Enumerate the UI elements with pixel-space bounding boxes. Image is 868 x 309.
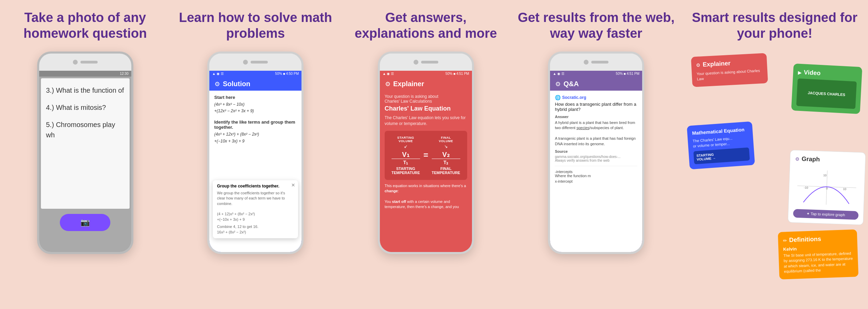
time-4: 50% ■ 4:51 PM (616, 72, 639, 76)
step-2-math: (4x³ + 12x³) + (8x² − 2x²) +(−10x + 3x) … (214, 131, 297, 144)
camera-button[interactable]: 📷 (60, 214, 110, 231)
section-1: Take a photo of any homework question 12… (0, 0, 170, 309)
math-diagram-mini: STARTINGVOLUME → (693, 147, 750, 164)
source-name: Socratic.org (562, 95, 586, 100)
status-bar-2: ▲ ◉ ☰ 50% ■ 4:50 PM (209, 71, 301, 77)
formula-v1t1: V₁T₁ (392, 150, 420, 165)
network-icons: ▲ ◉ ☰ (212, 72, 223, 76)
source-link: gamma.socratic.org/questions/how-does-..… (555, 155, 637, 162)
step-2-title: Identify the like terms and group them t… (214, 119, 297, 130)
status-bar-3: ▲ ◉ ☰ 50% ■ 4:51 PM (380, 71, 472, 77)
graph-svg: 10 -10 10 0 (793, 165, 860, 209)
phone-2-top (209, 54, 301, 71)
qa-source-row: 🌐 Socratic.org (555, 95, 637, 100)
graph-svg-area: 10 -10 10 0 (793, 165, 860, 209)
graph-card-header: ⚙ Graph (795, 155, 860, 165)
camera-button-container[interactable]: 📷 (39, 214, 131, 231)
phone-1-top (39, 54, 131, 71)
popup-text: We group the coefficients together so it… (217, 191, 294, 222)
diagram-right: FINALVOLUME ↘ V₂T₂ FINALTEMPERATURE (432, 136, 460, 175)
popup-close-icon[interactable]: ✕ (291, 182, 295, 188)
section-1-title: Take a photo of any homework question (3, 7, 167, 45)
qa-header-title: Q&A (563, 80, 579, 88)
explainer-card-icon: ⚙ (696, 62, 701, 68)
popup-footer: Combine 4, 12 to get 16. 16x³ + (8x² − 2… (217, 224, 294, 235)
starting-volume-label: STARTINGVOLUME (392, 136, 420, 143)
explainer-body: Your question is asking aboutCharles' La… (380, 91, 472, 252)
math-eq-card-header: Mathematical Equation (692, 126, 748, 136)
front-camera-3 (414, 60, 418, 65)
phone-2-screen: ▲ ◉ ☰ 50% ■ 4:50 PM ⚙ Solution Start her… (209, 71, 301, 252)
source-favicon: 🌐 (555, 95, 561, 100)
math-equation-card: Mathematical Equation The Charles' Law e… (687, 122, 755, 170)
explainer-subtitle: Your question is asking aboutCharles' La… (385, 94, 467, 104)
svg-text:10: 10 (823, 173, 827, 177)
intercepts-text: -intercepts (555, 170, 637, 174)
cards-container: ⚙ Explainer Your question is asking abou… (685, 55, 865, 306)
homework-line-2: 4.) What is mitosis? (46, 102, 124, 113)
solution-icon: ⚙ (215, 80, 220, 88)
section-3: Get answers, explanations and more ▲ ◉ ☰… (341, 0, 511, 309)
starting-temp-label: STARTINGTEMPERATURE (392, 167, 420, 175)
section-2-title: Learn how to solve math problems (174, 7, 337, 45)
explainer-header-title: Explainer (393, 80, 424, 88)
step-1-math: (4x³ + 8x² − 10x) +(12x³ − 2x² + 3x + 9) (214, 101, 297, 114)
phone-2: ▲ ◉ ☰ 50% ■ 4:50 PM ⚙ Solution Start her… (207, 52, 304, 254)
graph-card-title: Graph (801, 155, 820, 163)
final-temp-label: FINALTEMPERATURE (432, 167, 460, 175)
section-5: Smart results designed for your phone! ⚙… (681, 0, 868, 309)
explainer-card: ⚙ Explainer Your question is asking abou… (691, 53, 768, 87)
phone-1-screen: 12:30 3.) What is the function of 4.) Wh… (39, 71, 131, 252)
graph-card-icon: ⚙ (795, 156, 800, 161)
definitions-card-title: Definitions (789, 236, 821, 244)
definitions-card: ✏ Definitions Kelvin The SI base unit of… (778, 229, 859, 279)
y-intercept-text: Where the function m (555, 174, 637, 178)
phone-1: 12:30 3.) What is the function of 4.) Wh… (37, 52, 133, 254)
video-card-icon: ▶ (798, 69, 802, 75)
phone-3-screen: ▲ ◉ ☰ 50% ■ 4:51 PM ⚙ Explainer Your que… (380, 71, 472, 252)
svg-text:10: 10 (843, 187, 846, 191)
section-2: Learn how to solve math problems ▲ ◉ ☰ 5… (170, 0, 340, 309)
homework-content: 3.) What is the function of 4.) What is … (41, 78, 130, 209)
qa-icon: ⚙ (555, 80, 561, 88)
explainer-icon: ⚙ (385, 80, 391, 88)
qa-question: How does a transgenic plant differ from … (555, 102, 637, 112)
explainer-card-body: Your question is asking about Charles La… (696, 68, 763, 82)
section-5-title: Smart results designed for your phone! (685, 7, 865, 45)
definition-text: The SI base unit of temperature, defined… (783, 251, 854, 275)
graph-card: ⚙ Graph 10 -10 10 0 ✦ Tap to explore gra… (788, 150, 866, 225)
explainer-main-title: Charles' Law Equation (385, 105, 467, 112)
popup-title: Group the coefficients together. (217, 184, 294, 188)
network-4: ▲ ◉ ☰ (553, 72, 564, 76)
phone-3: ▲ ◉ ☰ 50% ■ 4:51 PM ⚙ Explainer Your que… (378, 52, 474, 254)
section-4: Get results from the web, way way faster… (511, 0, 681, 309)
equals-sign: = (424, 150, 428, 160)
solution-header-title: Solution (223, 80, 250, 88)
formula-v2t2: V₂T₂ (432, 150, 460, 165)
phone-4-top (550, 54, 642, 71)
divider (555, 166, 637, 166)
diagram-left: STARTINGVOLUME ↙ V₁T₁ STARTINGTEMPERATUR… (392, 136, 420, 175)
video-card-title: Video (804, 69, 821, 77)
explainer-footer: This equation works in situations where … (385, 183, 467, 210)
status-bar-1: 12:30 (39, 71, 131, 77)
homework-line-1: 3.) What is the function of (46, 85, 124, 95)
speaker-icon (80, 61, 98, 64)
qa-header: ⚙ Q&A (550, 77, 642, 91)
video-thumbnail-text: JACQUES CHARLES (807, 91, 845, 97)
tap-graph-button[interactable]: ✦ Tap to explore graph (793, 209, 859, 220)
video-card: ▶ Video JACQUES CHARLES (791, 64, 862, 114)
status-bar-4: ▲ ◉ ☰ 50% ■ 4:51 PM (550, 71, 642, 77)
phone-4: ▲ ◉ ☰ 50% ■ 4:51 PM ⚙ Q&A 🌐 Socratic.org… (548, 52, 644, 254)
charles-law-diagram: STARTINGVOLUME ↙ V₁T₁ STARTINGTEMPERATUR… (385, 131, 467, 180)
time-display: 12:30 (120, 72, 129, 76)
front-camera-icon (73, 60, 78, 65)
speaker-2 (251, 61, 268, 64)
definitions-card-header: ✏ Definitions (783, 234, 853, 244)
homework-line-3: 5.) Chromosomes play wh (46, 119, 124, 140)
final-volume-label: FINALVOLUME (432, 136, 460, 143)
explainer-card-title: Explainer (702, 60, 730, 68)
phone-4-screen: ▲ ◉ ☰ 50% ■ 4:51 PM ⚙ Q&A 🌐 Socratic.org… (550, 71, 642, 252)
solution-header: ⚙ Solution (209, 77, 301, 91)
network-3: ▲ ◉ ☰ (383, 72, 394, 76)
